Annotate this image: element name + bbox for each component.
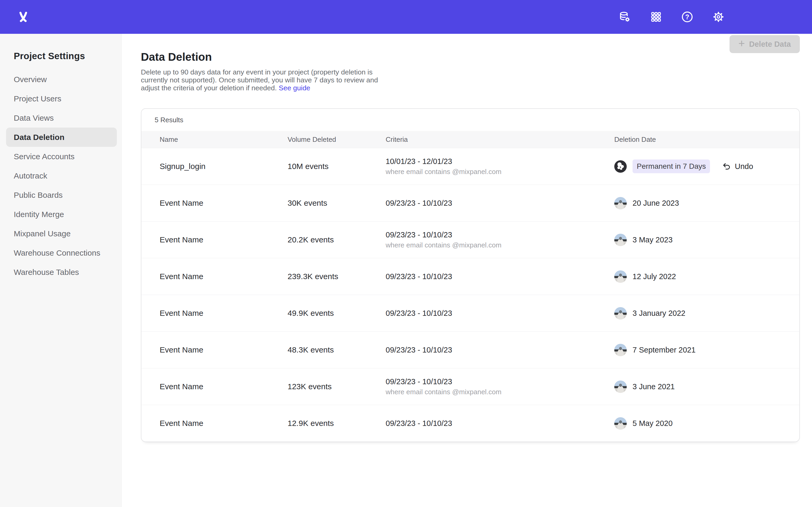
deletion-date: 12 July 2022: [632, 272, 676, 281]
column-header-criteria: Criteria: [386, 135, 614, 144]
main-content: Data Deletion Delete up to 90 days data …: [121, 34, 812, 507]
volume-deleted: 123K events: [288, 382, 386, 391]
criteria-date-range: 09/23/23 - 10/10/23: [386, 377, 614, 386]
deletion-date-cell: 7 September 2021: [614, 344, 722, 356]
criteria-cell: 10/01/23 - 12/01/23 where email contains…: [386, 157, 614, 176]
avatar: [614, 344, 627, 356]
undo-button[interactable]: Undo: [722, 162, 799, 171]
deletion-date: 5 May 2020: [632, 419, 673, 428]
criteria-date-range: 09/23/23 - 10/10/23: [386, 272, 614, 281]
deletion-date-cell: 12 July 2022: [614, 270, 722, 283]
undo-icon: [722, 162, 731, 171]
topbar-icon-group: ?: [618, 11, 725, 23]
see-guide-link[interactable]: See guide: [279, 84, 310, 92]
table-row: Signup_login 10M events 10/01/23 - 12/01…: [141, 148, 799, 184]
deletion-date: 20 June 2023: [632, 199, 679, 208]
deletion-requests-table: 5 Results Name Volume Deleted Criteria D…: [141, 108, 800, 442]
criteria-cell: 09/23/23 - 10/10/23 where email contains…: [386, 377, 614, 396]
avatar: [614, 197, 627, 209]
criteria-filter: where email contains @mixpanel.com: [386, 388, 614, 396]
deletion-date: 3 May 2023: [632, 235, 673, 244]
sidebar-title: Project Settings: [14, 51, 121, 61]
criteria-date-range: 09/23/23 - 10/10/23: [386, 419, 614, 428]
svg-text:?: ?: [685, 13, 689, 20]
column-header-deletion-date: Deletion Date: [614, 135, 722, 144]
table-row: Event Name 239.3K events 09/23/23 - 10/1…: [141, 258, 799, 295]
criteria-cell: 09/23/23 - 10/10/23: [386, 272, 614, 281]
table-header-row: Name Volume Deleted Criteria Deletion Da…: [141, 131, 799, 148]
mixpanel-logo-icon[interactable]: [16, 10, 30, 24]
table-row: Event Name 30K events 09/23/23 - 10/10/2…: [141, 184, 799, 221]
avatar: [614, 307, 627, 320]
event-name: Event Name: [160, 235, 288, 244]
criteria-cell: 09/23/23 - 10/10/23: [386, 346, 614, 354]
volume-deleted: 48.3K events: [288, 345, 386, 354]
help-icon[interactable]: ?: [681, 11, 694, 23]
project-settings-sidebar: Project Settings Overview Project Users …: [0, 34, 121, 507]
table-row: Event Name 20.2K events 09/23/23 - 10/10…: [141, 221, 799, 258]
criteria-cell: 09/23/23 - 10/10/23: [386, 199, 614, 208]
volume-deleted: 30K events: [288, 199, 386, 208]
data-management-icon[interactable]: [618, 11, 631, 23]
table-row: Event Name 12.9K events 09/23/23 - 10/10…: [141, 405, 799, 442]
sidebar-item-project-users[interactable]: Project Users: [6, 89, 117, 108]
undo-label: Undo: [735, 162, 753, 171]
page-description: Delete up to 90 days data for any event …: [141, 68, 800, 92]
plus-icon: +: [739, 38, 745, 49]
sidebar-item-warehouse-tables[interactable]: Warehouse Tables: [6, 263, 117, 282]
sidebar-item-mixpanel-usage[interactable]: Mixpanel Usage: [6, 224, 117, 243]
apps-grid-icon[interactable]: [650, 11, 662, 23]
table-row: Event Name 49.9K events 09/23/23 - 10/10…: [141, 295, 799, 331]
volume-deleted: 12.9K events: [288, 419, 386, 428]
volume-deleted: 20.2K events: [288, 235, 386, 244]
sidebar-item-warehouse-connections[interactable]: Warehouse Connections: [6, 243, 117, 263]
column-header-volume-deleted: Volume Deleted: [288, 135, 386, 144]
volume-deleted: 239.3K events: [288, 272, 386, 281]
deletion-date-cell: Permanent in 7 Days: [614, 160, 722, 173]
avatar: [614, 417, 627, 430]
event-name: Event Name: [160, 272, 288, 281]
delete-data-button-label: Delete Data: [749, 40, 791, 49]
deletion-date: 3 June 2021: [632, 382, 675, 391]
event-name: Event Name: [160, 382, 288, 391]
results-count: 5 Results: [141, 109, 799, 131]
sidebar-item-data-deletion[interactable]: Data Deletion: [6, 127, 117, 147]
sidebar-item-overview[interactable]: Overview: [6, 70, 117, 89]
criteria-cell: 09/23/23 - 10/10/23 where email contains…: [386, 230, 614, 249]
description-line: adjust the criteria of your deletion if …: [141, 84, 277, 92]
criteria-date-range: 10/01/23 - 12/01/23: [386, 157, 614, 166]
column-header-name: Name: [160, 135, 288, 144]
deletion-date-cell: 3 January 2022: [614, 307, 722, 320]
sidebar-item-autotrack[interactable]: Autotrack: [6, 166, 117, 185]
avatar: [614, 234, 627, 246]
event-name: Event Name: [160, 345, 288, 354]
delete-data-button[interactable]: + Delete Data: [729, 35, 800, 53]
permanent-in-days-badge: Permanent in 7 Days: [632, 160, 710, 173]
volume-deleted: 10M events: [288, 162, 386, 171]
criteria-date-range: 09/23/23 - 10/10/23: [386, 346, 614, 354]
criteria-date-range: 09/23/23 - 10/10/23: [386, 230, 614, 239]
criteria-cell: 09/23/23 - 10/10/23: [386, 309, 614, 318]
description-line: Delete up to 90 days data for any event …: [141, 68, 372, 76]
sidebar-item-data-views[interactable]: Data Views: [6, 108, 117, 127]
table-row: Event Name 123K events 09/23/23 - 10/10/…: [141, 368, 799, 405]
criteria-date-range: 09/23/23 - 10/10/23: [386, 309, 614, 318]
deletion-date-cell: 3 June 2021: [614, 381, 722, 393]
event-name: Event Name: [160, 419, 288, 428]
avatar: [614, 270, 627, 283]
avatar: [614, 381, 627, 393]
criteria-filter: where email contains @mixpanel.com: [386, 241, 614, 249]
sidebar-item-public-boards[interactable]: Public Boards: [6, 185, 117, 205]
description-line: currently not supported). Once submitted…: [141, 76, 378, 84]
avatar: [614, 160, 627, 173]
settings-gear-icon[interactable]: [712, 11, 725, 23]
sidebar-item-identity-merge[interactable]: Identity Merge: [6, 205, 117, 224]
event-name: Signup_login: [160, 162, 288, 171]
deletion-date: 7 September 2021: [632, 346, 696, 354]
criteria-filter: where email contains @mixpanel.com: [386, 168, 614, 176]
top-navigation-bar: ?: [0, 0, 812, 34]
sidebar-item-service-accounts[interactable]: Service Accounts: [6, 147, 117, 166]
criteria-date-range: 09/23/23 - 10/10/23: [386, 199, 614, 208]
volume-deleted: 49.9K events: [288, 309, 386, 318]
table-row: Event Name 48.3K events 09/23/23 - 10/10…: [141, 331, 799, 368]
